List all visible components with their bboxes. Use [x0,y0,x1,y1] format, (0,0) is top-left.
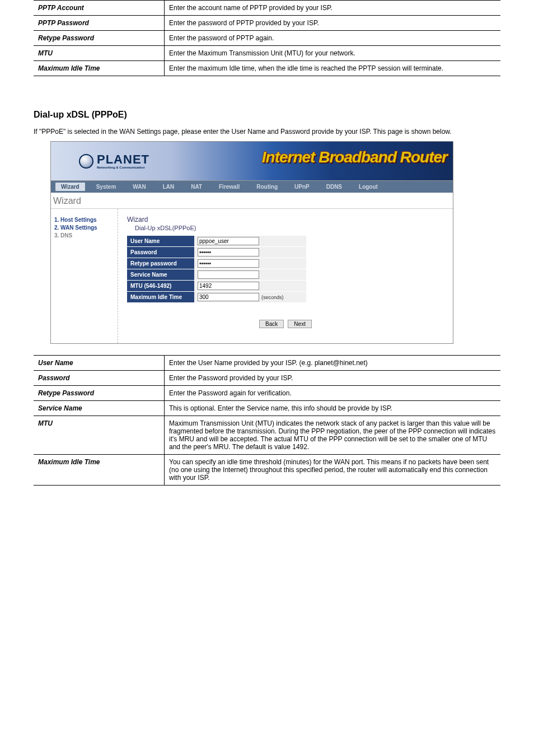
form-row: Password [127,247,306,258]
definition-label: PPTP Account [34,1,165,16]
form-input-cell [194,269,306,281]
form-input-cell: (seconds) [194,292,306,303]
pppoe-form-table: User NamePasswordRetype passwordService … [127,236,306,303]
wizard-subtitle: Dial-Up xDSL(PPPoE) [135,225,444,231]
definition-label: Password [34,371,165,386]
form-input[interactable] [198,237,259,245]
definition-value: This is optional. Enter the Service name… [165,401,500,416]
form-suffix: (seconds) [261,295,284,300]
definition-value: Enter the account name of PPTP provided … [165,1,500,16]
wizard-step[interactable]: 2. WAN Settings [54,225,114,231]
definition-label: MTU [34,46,165,61]
wizard-title: Wizard [127,216,444,223]
definition-value: Enter the maximum Idle time, when the id… [165,61,500,76]
definition-label: Retype Password [34,31,165,46]
table-row: Retype PasswordEnter the password of PPT… [34,31,500,46]
nav-item-routing[interactable]: Routing [251,183,283,191]
definition-label: PPTP Password [34,16,165,31]
form-input-cell [194,236,306,247]
definition-value: You can specify an idle time threshold (… [165,455,500,486]
wizard-main-panel: Wizard Dial-Up xDSL(PPPoE) User NamePass… [118,209,453,343]
form-label: User Name [127,236,194,247]
nav-item-wan[interactable]: WAN [127,183,151,191]
logo-text: PLANET [97,153,149,166]
form-row: Service Name [127,269,306,281]
definition-label: Retype Password [34,386,165,401]
definition-value: Maximum Transmission Unit (MTU) indicate… [165,416,500,455]
definition-label: Maximum Idle Time [34,455,165,486]
form-input-cell [194,247,306,258]
nav-item-logout[interactable]: Logout [353,183,383,191]
definition-value: Enter the Password provided by your ISP. [165,371,500,386]
table-row: User NameEnter the User Name provided by… [34,356,500,371]
form-label: Password [127,247,194,258]
nav-item-lan[interactable]: LAN [157,183,180,191]
form-input[interactable] [198,282,259,290]
form-label: MTU (546-1492) [127,281,194,292]
pppoe-definitions-table: User NameEnter the User Name provided by… [34,355,500,486]
table-row: PPTP AccountEnter the account name of PP… [34,1,500,16]
nav-item-wizard[interactable]: Wizard [55,183,85,191]
form-input-cell [194,258,306,269]
wizard-step[interactable]: 1. Host Settings [54,217,114,223]
planet-logo: PLANET Networking & Communication [51,153,149,169]
table-row: Service NameThis is optional. Enter the … [34,401,500,416]
nav-item-firewall[interactable]: Firewall [213,183,245,191]
definition-value: Enter the Password again for verificatio… [165,386,500,401]
table-row: PasswordEnter the Password provided by y… [34,371,500,386]
form-label: Retype password [127,258,194,269]
definition-label: User Name [34,356,165,371]
definition-value: Enter the User Name provided by your ISP… [165,356,500,371]
wizard-side-steps: 1. Host Settings2. WAN Settings3. DNS [51,209,118,343]
banner-title: Internet Broadband Router [262,148,447,166]
nav-item-upnp[interactable]: UPnP [289,183,315,191]
table-row: Retype PasswordEnter the Password again … [34,386,500,401]
form-input[interactable] [198,248,259,256]
logo-subtext: Networking & Communication [97,166,149,169]
form-row: Maximum Idle Time(seconds) [127,292,306,303]
nav-item-system[interactable]: System [91,183,122,191]
router-ui-screenshot: PLANET Networking & Communication Intern… [50,141,453,344]
table-row: MTUEnter the Maximum Transmission Unit (… [34,46,500,61]
wizard-step[interactable]: 3. DNS [54,232,114,239]
globe-icon [79,154,93,169]
back-button[interactable]: Back [259,320,284,328]
breadcrumb: Wizard [51,193,453,209]
table-row: Maximum Idle TimeEnter the maximum Idle … [34,61,500,76]
pppoe-intro-paragraph: If "PPPoE" is selected in the WAN Settin… [34,128,500,136]
router-banner: PLANET Networking & Communication Intern… [51,142,453,181]
form-label: Maximum Idle Time [127,292,194,303]
form-input[interactable] [198,293,259,301]
form-label: Service Name [127,269,194,281]
definition-label: Maximum Idle Time [34,61,165,76]
section-heading-pppoe: Dial-up xDSL (PPPoE) [34,110,500,120]
form-row: Retype password [127,258,306,269]
definition-value: Enter the Maximum Transmission Unit (MTU… [165,46,500,61]
form-input[interactable] [198,270,259,279]
form-input[interactable] [198,259,259,268]
table-row: Maximum Idle TimeYou can specify an idle… [34,455,500,486]
definition-label: Service Name [34,401,165,416]
form-input-cell [194,281,306,292]
nav-item-ddns[interactable]: DDNS [321,183,348,191]
next-button[interactable]: Next [288,320,312,328]
definition-value: Enter the password of PPTP again. [165,31,500,46]
form-row: MTU (546-1492) [127,281,306,292]
table-row: PPTP PasswordEnter the password of PPTP … [34,16,500,31]
router-navbar: WizardSystemWANLANNATFirewallRoutingUPnP… [51,181,453,193]
pptp-definitions-table: PPTP AccountEnter the account name of PP… [34,0,500,76]
table-row: MTUMaximum Transmission Unit (MTU) indic… [34,416,500,455]
definition-value: Enter the password of PPTP provided by y… [165,16,500,31]
form-row: User Name [127,236,306,247]
nav-item-nat[interactable]: NAT [185,183,208,191]
definition-label: MTU [34,416,165,455]
